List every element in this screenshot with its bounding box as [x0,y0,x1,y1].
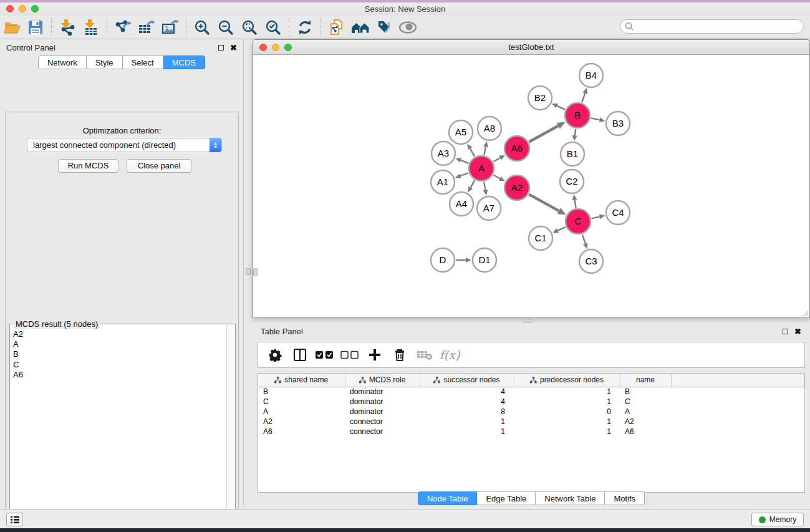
zoom-selected-button[interactable] [263,17,284,37]
clone-network-button[interactable] [326,17,347,37]
cell-MCDS-role[interactable]: connector [345,417,420,427]
memory-button[interactable]: Memory [751,513,804,526]
tab-network-table[interactable]: Network Table [536,491,605,505]
graph-edge-B-B3[interactable] [591,118,600,120]
cell-successor-nodes[interactable]: 4 [420,397,514,407]
cell-name[interactable]: B [620,387,671,397]
export-network-button[interactable] [112,17,133,37]
network-window-titlebar[interactable]: testGlobe.txt [253,40,809,55]
maximize-window-button[interactable] [284,44,292,51]
table-settings-button[interactable] [266,346,284,364]
graph-edge-B-B2[interactable] [557,106,565,110]
cell-shared-name[interactable]: C [258,397,345,407]
toggle-column-panel-button[interactable] [291,346,309,364]
tab-edge-table[interactable]: Edge Table [477,491,536,505]
export-image-button[interactable] [160,17,181,37]
network-graph[interactable]: B4B2BB3A8A5A6A3B1AA1C2A2A4A7C4CC1C3DD1 [253,55,809,317]
save-session-button[interactable] [25,17,46,37]
column-header-name[interactable]: name [620,374,671,387]
minimize-window-button[interactable] [19,5,26,12]
result-scrollbar[interactable] [226,325,234,532]
float-panel-icon[interactable] [783,329,788,334]
deselect-all-columns-button[interactable] [340,346,359,364]
result-item[interactable]: C [13,360,233,370]
tab-motifs[interactable]: Motifs [605,491,645,505]
graph-edge-A-A2[interactable] [493,175,499,179]
canvas-grip[interactable] [253,268,258,276]
graph-edge-A-A6[interactable] [493,158,500,162]
zoom-out-button[interactable] [215,17,236,37]
vertical-splitter-handle[interactable] [246,268,251,275]
graph-edge-C-C4[interactable] [591,216,599,218]
tab-mcds[interactable]: MCDS [163,56,205,69]
cell-name[interactable]: A2 [620,417,671,427]
search-input[interactable] [620,19,804,34]
graph-edge-A2-C[interactable] [529,195,559,211]
tab-select[interactable]: Select [123,56,163,69]
graph-edge-C-C3[interactable] [582,235,586,244]
cell-predecessor-nodes[interactable]: 1 [514,417,620,427]
create-column-button[interactable] [365,346,384,364]
cell-MCDS-role[interactable]: connector [345,427,420,437]
cell-shared-name[interactable]: A2 [258,417,345,427]
graph-edge-A-A3[interactable] [461,160,469,163]
graph-edge-C-C1[interactable] [557,227,566,231]
network-canvas[interactable]: B4B2BB3A8A5A6A3B1AA1C2A2A4A7C4CC1C3DD1 [253,55,809,317]
cell-successor-nodes[interactable]: 1 [420,417,514,427]
graph-edge-A-A5[interactable] [470,148,475,157]
cell-MCDS-role[interactable]: dominator [345,407,420,417]
graph-edge-A-A4[interactable] [471,180,475,188]
result-item[interactable]: A [13,339,233,349]
tab-node-table[interactable]: Node Table [418,491,478,505]
column-header-shared-name[interactable]: shared name [258,374,345,387]
cell-name[interactable]: A [620,407,671,417]
zoom-in-button[interactable] [191,17,213,37]
home-button[interactable] [350,17,371,37]
maximize-window-button[interactable] [31,5,39,12]
result-item[interactable]: B [13,349,233,359]
table-row[interactable]: A6connector11A6 [258,427,804,437]
delete-column-button[interactable] [390,346,409,364]
close-window-button[interactable] [6,5,14,12]
cell-predecessor-nodes[interactable]: 0 [514,407,620,417]
graph-edge-C-C2[interactable] [575,200,576,208]
cell-predecessor-nodes[interactable]: 1 [514,427,620,437]
zoom-fit-button[interactable] [239,17,260,37]
close-panel-button[interactable]: Close panel [127,159,191,173]
cell-shared-name[interactable]: A [258,407,345,417]
table-row[interactable]: A2connector11A2 [258,417,804,427]
column-header-MCDS-role[interactable]: MCDS role [345,374,420,387]
graph-edge-B-B1[interactable] [575,129,576,135]
minimize-window-button[interactable] [272,44,279,51]
cell-successor-nodes[interactable]: 8 [420,407,514,417]
table-row[interactable]: Bdominator41B [258,387,804,397]
select-all-columns-button[interactable] [316,346,334,364]
graph-edge-A-A1[interactable] [460,173,468,176]
cell-successor-nodes[interactable]: 1 [420,427,514,437]
resize-grip-icon[interactable] [801,309,809,317]
import-network-button[interactable] [57,17,78,37]
horizontal-splitter-handle[interactable] [524,319,531,323]
cell-predecessor-nodes[interactable]: 1 [514,387,620,397]
task-history-button[interactable] [6,513,23,526]
cell-predecessor-nodes[interactable]: 1 [514,397,620,407]
column-header-successor-nodes[interactable]: successor nodes [420,374,514,387]
tab-network[interactable]: Network [38,56,87,69]
cell-successor-nodes[interactable]: 4 [420,387,514,397]
cell-name[interactable]: C [620,397,671,407]
export-table-button[interactable] [136,17,157,37]
graph-edge-B-B4[interactable] [582,93,585,102]
column-header-predecessor-nodes[interactable]: predecessor nodes [514,374,620,387]
graph-edge-A-A8[interactable] [484,147,486,155]
cell-shared-name[interactable]: A6 [258,427,345,437]
run-mcds-button[interactable]: Run MCDS [58,159,118,173]
result-item[interactable]: A6 [13,370,233,380]
graphics-details-button[interactable] [397,17,418,37]
float-panel-icon[interactable] [218,45,224,51]
close-window-button[interactable] [259,44,267,51]
cell-MCDS-role[interactable]: dominator [345,397,420,407]
result-item[interactable]: A2 [13,329,233,339]
table-row[interactable]: Cdominator41C [258,397,804,407]
close-panel-icon[interactable]: ✖ [794,327,801,336]
close-panel-icon[interactable]: ✖ [230,44,237,52]
